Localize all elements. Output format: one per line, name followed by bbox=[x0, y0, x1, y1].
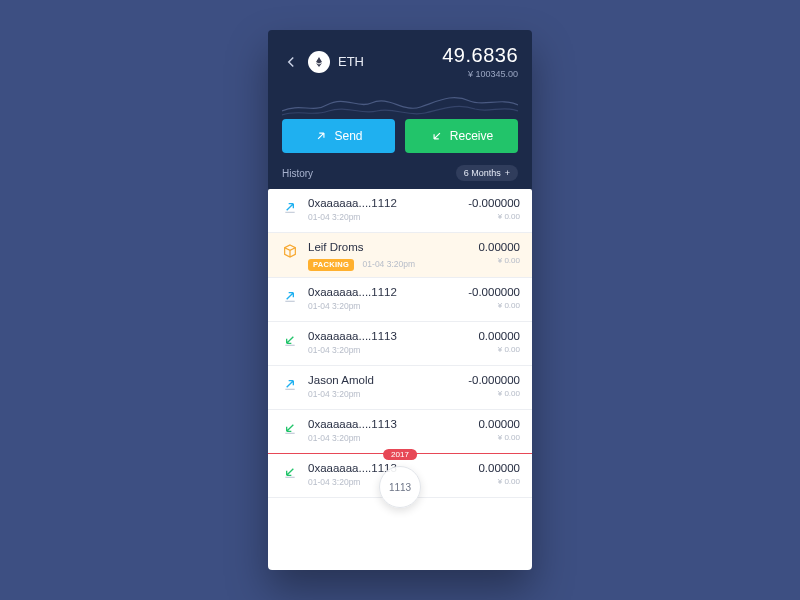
wallet-screen: ETH 49.6836 ¥ 100345.00 Send Receive His… bbox=[268, 30, 532, 570]
tx-amount: 0.00000 bbox=[478, 241, 520, 253]
row-main: Jason Amold 01-04 3:20pm bbox=[308, 374, 468, 399]
tx-fiat: ¥ 0.00 bbox=[468, 389, 520, 398]
send-icon bbox=[280, 288, 300, 304]
scroll-indicator-bubble[interactable]: 1113 bbox=[379, 466, 421, 508]
tx-title: Jason Amold bbox=[308, 374, 468, 386]
tx-amount: -0.000000 bbox=[468, 374, 520, 386]
transaction-row[interactable]: 0xaaaaaa....1113 01-04 3:20pm 0.00000 ¥ … bbox=[268, 322, 532, 366]
action-buttons: Send Receive bbox=[268, 119, 532, 153]
tx-amount: -0.000000 bbox=[468, 197, 520, 209]
send-icon bbox=[314, 129, 328, 143]
tx-amount: -0.000000 bbox=[468, 286, 520, 298]
plus-icon: + bbox=[505, 168, 510, 178]
row-main: 0xaaaaaa....1113 01-04 3:20pm bbox=[308, 330, 478, 355]
tx-time: 01-04 3:20pm bbox=[308, 301, 468, 311]
header-left: ETH bbox=[282, 51, 364, 73]
transaction-row[interactable]: 0xaaaaaa....1113 01-04 3:20pm 0.00000 ¥ … bbox=[268, 410, 532, 454]
tx-fiat: ¥ 0.00 bbox=[468, 301, 520, 310]
send-icon bbox=[280, 199, 300, 215]
history-bar: History 6 Months + bbox=[268, 153, 532, 189]
tx-fiat: ¥ 0.00 bbox=[478, 345, 520, 354]
header: ETH 49.6836 ¥ 100345.00 bbox=[268, 30, 532, 123]
row-amount: 0.00000 ¥ 0.00 bbox=[478, 418, 520, 442]
row-amount: -0.000000 ¥ 0.00 bbox=[468, 286, 520, 310]
tx-amount: 0.00000 bbox=[478, 418, 520, 430]
row-main: 0xaaaaaa....1113 01-04 3:20pm bbox=[308, 418, 478, 443]
history-label: History bbox=[282, 168, 313, 179]
receive-icon bbox=[280, 332, 300, 348]
receive-icon bbox=[280, 420, 300, 436]
send-button[interactable]: Send bbox=[282, 119, 395, 153]
coin-label: ETH bbox=[338, 54, 364, 69]
tx-title: 0xaaaaaa....1112 bbox=[308, 286, 468, 298]
tx-time: 01-04 3:20pm bbox=[308, 389, 468, 399]
eth-icon bbox=[313, 56, 325, 68]
tx-amount: 0.00000 bbox=[478, 462, 520, 474]
transaction-row[interactable]: Jason Amold 01-04 3:20pm -0.000000 ¥ 0.0… bbox=[268, 366, 532, 410]
transaction-row[interactable]: Leif Droms PACKING 01-04 3:20pm 0.00000 … bbox=[268, 233, 532, 278]
tx-title: 0xaaaaaa....1113 bbox=[308, 330, 478, 342]
status-badge: PACKING bbox=[308, 259, 354, 271]
send-label: Send bbox=[334, 129, 362, 143]
row-main: 0xaaaaaa....1112 01-04 3:20pm bbox=[308, 197, 468, 222]
tx-amount: 0.00000 bbox=[478, 330, 520, 342]
row-amount: 0.00000 ¥ 0.00 bbox=[478, 330, 520, 354]
row-amount: -0.000000 ¥ 0.00 bbox=[468, 374, 520, 398]
tx-title: 0xaaaaaa....1113 bbox=[308, 418, 478, 430]
header-top: ETH 49.6836 ¥ 100345.00 bbox=[282, 44, 518, 79]
back-button[interactable] bbox=[282, 53, 300, 71]
receive-icon bbox=[280, 464, 300, 480]
year-marker: 2017 bbox=[383, 449, 417, 460]
row-amount: -0.000000 ¥ 0.00 bbox=[468, 197, 520, 221]
row-main: 0xaaaaaa....1112 01-04 3:20pm bbox=[308, 286, 468, 311]
arrow-left-icon bbox=[282, 53, 300, 71]
tx-fiat: ¥ 0.00 bbox=[468, 212, 520, 221]
receive-icon bbox=[430, 129, 444, 143]
row-amount: 0.00000 ¥ 0.00 bbox=[478, 241, 520, 265]
transaction-row[interactable]: 0xaaaaaa....1112 01-04 3:20pm -0.000000 … bbox=[268, 278, 532, 322]
tx-time: 01-04 3:20pm bbox=[363, 259, 415, 269]
package-icon bbox=[280, 243, 300, 259]
balance-amount: 49.6836 bbox=[442, 44, 518, 67]
balance-chart bbox=[282, 83, 518, 123]
coin-badge bbox=[308, 51, 330, 73]
balance: 49.6836 ¥ 100345.00 bbox=[442, 44, 518, 79]
transaction-list[interactable]: 0xaaaaaa....1112 01-04 3:20pm -0.000000 … bbox=[268, 189, 532, 570]
tx-title: Leif Droms bbox=[308, 241, 478, 253]
tx-time: 01-04 3:20pm bbox=[308, 345, 478, 355]
tx-fiat: ¥ 0.00 bbox=[478, 477, 520, 486]
receive-label: Receive bbox=[450, 129, 493, 143]
tx-fiat: ¥ 0.00 bbox=[478, 256, 520, 265]
tx-fiat: ¥ 0.00 bbox=[478, 433, 520, 442]
tx-time: 01-04 3:20pm bbox=[308, 433, 478, 443]
row-main: Leif Droms PACKING 01-04 3:20pm bbox=[308, 241, 478, 271]
period-selector[interactable]: 6 Months + bbox=[456, 165, 518, 181]
period-label: 6 Months bbox=[464, 168, 501, 178]
transaction-row[interactable]: 0xaaaaaa....1112 01-04 3:20pm -0.000000 … bbox=[268, 189, 532, 233]
tx-title: 0xaaaaaa....1112 bbox=[308, 197, 468, 209]
balance-fiat: ¥ 100345.00 bbox=[442, 69, 518, 79]
send-icon bbox=[280, 376, 300, 392]
tx-time: 01-04 3:20pm bbox=[308, 212, 468, 222]
bubble-text: 1113 bbox=[389, 482, 411, 493]
row-amount: 0.00000 ¥ 0.00 bbox=[478, 462, 520, 486]
receive-button[interactable]: Receive bbox=[405, 119, 518, 153]
